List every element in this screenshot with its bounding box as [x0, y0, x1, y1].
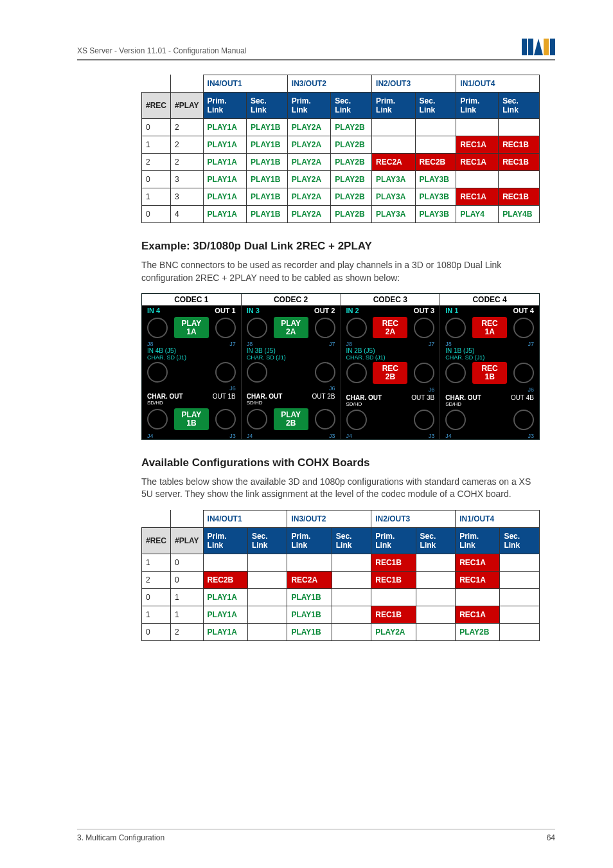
codec-title: CODEC 1 — [142, 294, 241, 305]
table-row: 10REC1BREC1A — [142, 554, 540, 571]
char-sd-label: CHAR. SD (J1) — [247, 354, 286, 361]
table-sub-header: Prim. Link — [372, 93, 416, 119]
cell-link — [415, 136, 456, 154]
cell-play: 0 — [171, 571, 204, 588]
cell-link: PLAY2B — [331, 119, 372, 136]
cell-link: PLAY2A — [287, 171, 331, 188]
cell-link: REC1A — [456, 554, 500, 571]
cell-link: PLAY2A — [287, 188, 331, 206]
cell-link — [500, 623, 540, 640]
cell-link — [416, 571, 456, 588]
cell-link — [332, 606, 371, 623]
section-cohx-body: The tables below show the available 3D a… — [141, 476, 540, 501]
cell-link: PLAY2B — [331, 206, 372, 223]
jack-label: J7 — [229, 341, 236, 347]
char-out-label: CHAR. OUTSD/HD — [346, 394, 382, 407]
section-example-title: Example: 3D/1080p Dual Link 2REC + 2PLAY — [141, 240, 540, 253]
out-label: OUT 3 — [414, 307, 434, 314]
cell-rec: 2 — [142, 571, 171, 588]
cell-link: REC1B — [371, 571, 416, 588]
bnc-connector-icon — [315, 362, 335, 383]
table-sub-header: Sec. Link — [416, 527, 456, 554]
cell-link: PLAY2A — [287, 136, 331, 154]
cell-play: 1 — [171, 606, 204, 623]
cell-link: REC1B — [371, 554, 416, 571]
cell-link: PLAY2B — [331, 154, 372, 171]
rec-tag: REC1A — [472, 317, 507, 338]
cell-link — [416, 588, 456, 606]
table-sub-header: Sec. Link — [499, 93, 540, 119]
jack-label: J6 — [229, 385, 236, 392]
table-sub-header: Prim. Link — [287, 93, 331, 119]
table-sub-header: #PLAY — [171, 527, 204, 554]
cell-link: PLAY1B — [287, 623, 332, 640]
cell-play: 2 — [171, 136, 204, 154]
cell-rec: 0 — [142, 206, 171, 223]
cell-link: PLAY1A — [203, 623, 247, 640]
cell-link — [500, 554, 540, 571]
cell-link — [500, 606, 540, 623]
table-row: 13PLAY1APLAY1BPLAY2APLAY2BPLAY3APLAY3BRE… — [142, 188, 540, 206]
char-sd-label: CHAR. SD (J1) — [346, 354, 386, 361]
cell-link: REC1A — [456, 606, 500, 623]
cell-play: 2 — [171, 623, 204, 640]
codec-block: CODEC 2IN 3OUT 2PLAY2AJ8J7IN 3B (J5)CHAR… — [242, 294, 341, 439]
bnc-connector-icon — [445, 363, 466, 383]
cell-link: REC1B — [371, 606, 416, 623]
play-tag: PLAY2B — [274, 408, 308, 429]
char-sd-label: CHAR. SD (J1) — [147, 354, 186, 361]
bnc-connector-icon — [414, 363, 434, 383]
table-row: 11PLAY1APLAY1BREC1BREC1A — [142, 606, 540, 623]
cell-link — [287, 554, 332, 571]
cell-link — [247, 571, 287, 588]
bnc-connector-icon — [445, 410, 466, 430]
table-group-header: IN4/OUT1 — [203, 75, 287, 93]
evs-logo-icon — [522, 39, 555, 55]
cell-link — [332, 623, 371, 640]
bnc-connector-icon — [346, 410, 367, 430]
table-row: 02PLAY1APLAY1BPLAY2APLAY2B — [142, 623, 540, 640]
play-tag: PLAY1B — [174, 408, 209, 429]
play-tag: PLAY2A — [274, 317, 308, 338]
cell-link — [500, 571, 540, 588]
cell-link — [332, 571, 371, 588]
cell-link: PLAY1A — [203, 188, 247, 206]
out-label: OUT 2 — [314, 307, 335, 314]
table-group-header: IN4/OUT1 — [203, 510, 287, 527]
cell-link: REC2A — [372, 154, 416, 171]
cell-rec: 2 — [142, 154, 171, 171]
jack-label: J6 — [429, 386, 435, 393]
table-row: 12PLAY1APLAY1BPLAY2APLAY2BREC1AREC1B — [142, 136, 540, 154]
cell-link: PLAY3A — [372, 206, 416, 223]
cell-link — [372, 136, 416, 154]
table-row: 01PLAY1APLAY1B — [142, 588, 540, 606]
cell-link: PLAY1B — [287, 606, 332, 623]
cell-link — [500, 588, 540, 606]
codec-title: CODEC 3 — [341, 294, 440, 305]
jack-label: J8 — [147, 341, 154, 347]
cell-play: 2 — [171, 119, 204, 136]
footer-section: 3. Multicam Configuration — [77, 833, 164, 842]
cell-link: PLAY1A — [203, 119, 247, 136]
bnc-connector-icon — [346, 363, 367, 383]
jack-label: J8 — [247, 341, 253, 347]
cell-link: PLAY1B — [247, 136, 288, 154]
bnc-connector-icon — [215, 409, 236, 429]
table-sub-header: Prim. Link — [287, 527, 332, 554]
table-sub-header: Sec. Link — [247, 527, 287, 554]
jack-label: J6 — [528, 386, 534, 393]
cell-rec: 1 — [142, 606, 171, 623]
jack-label: J8 — [346, 341, 353, 347]
cell-link: REC1B — [499, 136, 540, 154]
table-group-header: IN3/OUT2 — [287, 510, 371, 527]
cell-link — [499, 119, 540, 136]
out-label: OUT 4 — [513, 307, 534, 314]
play-tag: PLAY1A — [174, 317, 209, 338]
cell-play: 4 — [171, 206, 204, 223]
section-example-body: The BNC connectors to be used as recorde… — [141, 259, 540, 284]
in-label: IN 3 — [247, 307, 260, 314]
jack-label: J4 — [147, 433, 154, 439]
jack-label: J6 — [329, 385, 335, 392]
bnc-connector-icon — [315, 409, 335, 429]
cell-link: PLAY2B — [331, 136, 372, 154]
